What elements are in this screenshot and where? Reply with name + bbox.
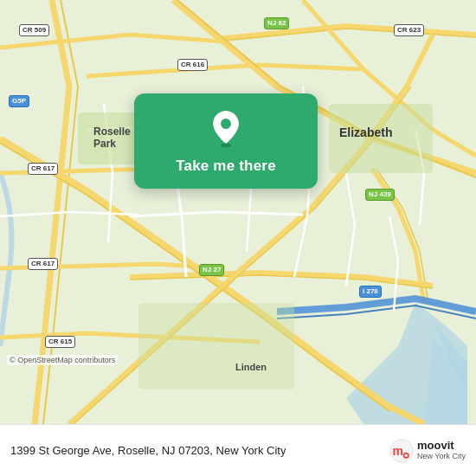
svg-point-5: [221, 119, 231, 129]
bottom-bar: 1399 St George Ave, Roselle, NJ 07203, N…: [0, 424, 476, 476]
badge-nj82: NJ 82: [264, 17, 289, 29]
svg-rect-2: [329, 104, 433, 173]
badge-i278: I 278: [359, 286, 382, 298]
osm-attribution: © OpenStreetMap contributors: [7, 355, 118, 365]
svg-text:m: m: [392, 444, 402, 458]
badge-nj27: NJ 27: [199, 264, 224, 276]
badge-cr623: CR 623: [394, 24, 424, 36]
badge-cr616: CR 616: [177, 59, 208, 71]
badge-cr617-top: CR 617: [28, 163, 58, 175]
map-container: RosellePark Elizabeth CR 509 NJ 82 CR 62…: [0, 0, 476, 424]
moovit-name: moovit: [417, 440, 466, 452]
svg-point-9: [404, 453, 408, 457]
location-card: Take me there: [134, 93, 318, 189]
svg-rect-3: [138, 303, 294, 389]
pin-icon: [207, 109, 245, 147]
moovit-logo: m moovit New York City: [389, 439, 466, 463]
badge-cr615: CR 615: [45, 336, 75, 348]
moovit-location: New York City: [417, 452, 466, 461]
badge-cr509: CR 509: [19, 24, 49, 36]
take-me-there-button[interactable]: Take me there: [176, 156, 276, 177]
badge-gsp: G5P: [9, 95, 29, 107]
badge-nj439: NJ 439: [365, 189, 395, 201]
moovit-icon: m: [389, 439, 414, 463]
badge-cr617-bot: CR 617: [28, 258, 58, 270]
address-text: 1399 St George Ave, Roselle, NJ 07203, N…: [10, 444, 383, 457]
